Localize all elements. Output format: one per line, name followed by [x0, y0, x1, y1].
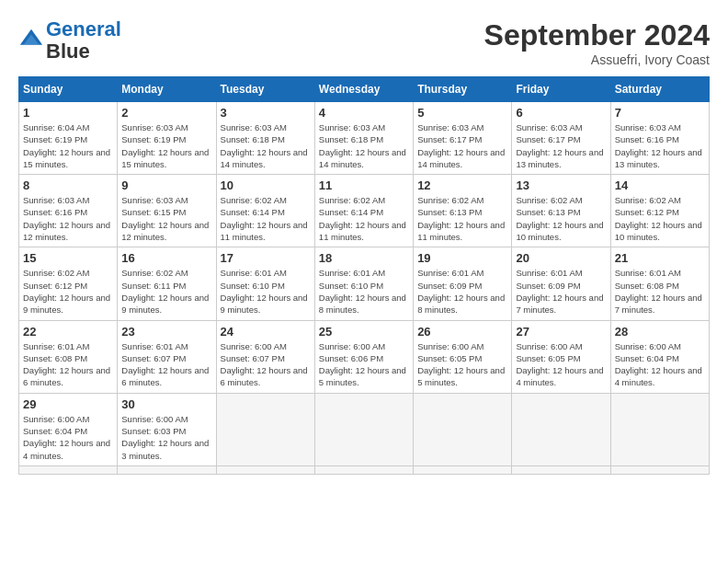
calendar-cell: 7 Sunrise: 6:03 AM Sunset: 6:16 PM Dayli… [610, 102, 709, 175]
day-info: Sunrise: 6:03 AM Sunset: 6:17 PM Dayligh… [417, 121, 507, 170]
day-number: 17 [221, 251, 311, 265]
location: Assuefri, Ivory Coast [484, 52, 710, 67]
day-info: Sunrise: 6:02 AM Sunset: 6:12 PM Dayligh… [615, 194, 705, 243]
header-row: Sunday Monday Tuesday Wednesday Thursday… [19, 77, 710, 102]
day-info: Sunrise: 6:00 AM Sunset: 6:06 PM Dayligh… [319, 340, 409, 389]
calendar-cell: 13 Sunrise: 6:02 AM Sunset: 6:13 PM Dayl… [512, 175, 610, 247]
day-info: Sunrise: 6:01 AM Sunset: 6:09 PM Dayligh… [516, 267, 606, 316]
logo: GeneralBlue [18, 18, 121, 63]
calendar-cell: 4 Sunrise: 6:03 AM Sunset: 6:18 PM Dayli… [314, 102, 413, 175]
day-info: Sunrise: 6:03 AM Sunset: 6:19 PM Dayligh… [121, 121, 211, 170]
calendar-cell: 27 Sunrise: 6:00 AM Sunset: 6:05 PM Dayl… [512, 320, 610, 393]
calendar-row: 29 Sunrise: 6:00 AM Sunset: 6:04 PM Dayl… [19, 393, 710, 465]
calendar-cell: 6 Sunrise: 6:03 AM Sunset: 6:17 PM Dayli… [512, 102, 610, 175]
calendar-cell: 10 Sunrise: 6:02 AM Sunset: 6:14 PM Dayl… [216, 175, 314, 247]
day-number: 26 [417, 325, 507, 339]
day-number: 1 [23, 106, 113, 120]
calendar-cell: 15 Sunrise: 6:02 AM Sunset: 6:12 PM Dayl… [19, 247, 118, 320]
calendar-cell [414, 465, 512, 474]
calendar-cell [314, 393, 413, 465]
calendar-row: 15 Sunrise: 6:02 AM Sunset: 6:12 PM Dayl… [19, 247, 710, 320]
col-monday: Monday [118, 77, 216, 102]
calendar-cell: 23 Sunrise: 6:01 AM Sunset: 6:07 PM Dayl… [118, 320, 216, 393]
calendar-cell [610, 465, 709, 474]
day-info: Sunrise: 6:03 AM Sunset: 6:17 PM Dayligh… [516, 121, 606, 170]
day-number: 3 [221, 106, 311, 120]
calendar-cell: 3 Sunrise: 6:03 AM Sunset: 6:18 PM Dayli… [216, 102, 314, 175]
day-number: 4 [319, 106, 409, 120]
day-number: 19 [417, 251, 507, 265]
calendar-row: 1 Sunrise: 6:04 AM Sunset: 6:19 PM Dayli… [19, 102, 710, 175]
day-info: Sunrise: 6:02 AM Sunset: 6:14 PM Dayligh… [221, 194, 311, 243]
day-number: 12 [417, 178, 507, 192]
day-info: Sunrise: 6:01 AM Sunset: 6:10 PM Dayligh… [221, 267, 311, 316]
calendar-cell: 18 Sunrise: 6:01 AM Sunset: 6:10 PM Dayl… [314, 247, 413, 320]
day-info: Sunrise: 6:01 AM Sunset: 6:07 PM Dayligh… [121, 340, 211, 389]
col-tuesday: Tuesday [216, 77, 314, 102]
col-friday: Friday [512, 77, 610, 102]
day-number: 15 [23, 251, 113, 265]
day-number: 8 [23, 178, 113, 192]
day-number: 10 [221, 178, 311, 192]
day-info: Sunrise: 6:00 AM Sunset: 6:03 PM Dayligh… [121, 413, 211, 462]
day-info: Sunrise: 6:02 AM Sunset: 6:12 PM Dayligh… [23, 267, 113, 316]
day-number: 28 [615, 325, 705, 339]
day-info: Sunrise: 6:03 AM Sunset: 6:15 PM Dayligh… [121, 194, 211, 243]
calendar-cell: 11 Sunrise: 6:02 AM Sunset: 6:14 PM Dayl… [314, 175, 413, 247]
day-info: Sunrise: 6:00 AM Sunset: 6:05 PM Dayligh… [516, 340, 606, 389]
calendar-row: 22 Sunrise: 6:01 AM Sunset: 6:08 PM Dayl… [19, 320, 710, 393]
calendar-cell: 26 Sunrise: 6:00 AM Sunset: 6:05 PM Dayl… [414, 320, 512, 393]
day-info: Sunrise: 6:00 AM Sunset: 6:07 PM Dayligh… [221, 340, 311, 389]
day-number: 23 [121, 325, 211, 339]
col-wednesday: Wednesday [314, 77, 413, 102]
calendar-cell: 30 Sunrise: 6:00 AM Sunset: 6:03 PM Dayl… [118, 393, 216, 465]
day-number: 30 [121, 397, 211, 411]
calendar-cell: 24 Sunrise: 6:00 AM Sunset: 6:07 PM Dayl… [216, 320, 314, 393]
page-header: GeneralBlue September 2024 Assuefri, Ivo… [18, 18, 710, 67]
calendar-cell: 20 Sunrise: 6:01 AM Sunset: 6:09 PM Dayl… [512, 247, 610, 320]
day-info: Sunrise: 6:01 AM Sunset: 6:09 PM Dayligh… [417, 267, 507, 316]
day-info: Sunrise: 6:02 AM Sunset: 6:13 PM Dayligh… [417, 194, 507, 243]
calendar-cell [512, 465, 610, 474]
day-info: Sunrise: 6:03 AM Sunset: 6:18 PM Dayligh… [319, 121, 409, 170]
calendar-cell: 16 Sunrise: 6:02 AM Sunset: 6:11 PM Dayl… [118, 247, 216, 320]
day-info: Sunrise: 6:03 AM Sunset: 6:16 PM Dayligh… [615, 121, 705, 170]
day-info: Sunrise: 6:02 AM Sunset: 6:13 PM Dayligh… [516, 194, 606, 243]
day-number: 24 [221, 325, 311, 339]
day-number: 14 [615, 178, 705, 192]
calendar-cell: 12 Sunrise: 6:02 AM Sunset: 6:13 PM Dayl… [414, 175, 512, 247]
day-number: 21 [615, 251, 705, 265]
calendar-cell [512, 393, 610, 465]
calendar-row: 8 Sunrise: 6:03 AM Sunset: 6:16 PM Dayli… [19, 175, 710, 247]
calendar-cell [216, 465, 314, 474]
day-number: 6 [516, 106, 606, 120]
calendar-cell: 25 Sunrise: 6:00 AM Sunset: 6:06 PM Dayl… [314, 320, 413, 393]
col-saturday: Saturday [610, 77, 709, 102]
day-number: 18 [319, 251, 409, 265]
calendar-cell: 21 Sunrise: 6:01 AM Sunset: 6:08 PM Dayl… [610, 247, 709, 320]
day-info: Sunrise: 6:01 AM Sunset: 6:08 PM Dayligh… [23, 340, 113, 389]
calendar-cell: 28 Sunrise: 6:00 AM Sunset: 6:04 PM Dayl… [610, 320, 709, 393]
calendar-table: Sunday Monday Tuesday Wednesday Thursday… [18, 76, 710, 475]
logo-text: GeneralBlue [46, 18, 121, 63]
col-sunday: Sunday [19, 77, 118, 102]
calendar-cell [216, 393, 314, 465]
day-info: Sunrise: 6:00 AM Sunset: 6:04 PM Dayligh… [615, 340, 705, 389]
day-info: Sunrise: 6:03 AM Sunset: 6:18 PM Dayligh… [221, 121, 311, 170]
calendar-cell [19, 465, 118, 474]
calendar-cell: 17 Sunrise: 6:01 AM Sunset: 6:10 PM Dayl… [216, 247, 314, 320]
calendar-cell [314, 465, 413, 474]
day-number: 27 [516, 325, 606, 339]
day-number: 13 [516, 178, 606, 192]
day-info: Sunrise: 6:01 AM Sunset: 6:10 PM Dayligh… [319, 267, 409, 316]
day-number: 7 [615, 106, 705, 120]
day-number: 29 [23, 397, 113, 411]
calendar-row [19, 465, 710, 474]
day-number: 16 [121, 251, 211, 265]
day-info: Sunrise: 6:01 AM Sunset: 6:08 PM Dayligh… [615, 267, 705, 316]
day-info: Sunrise: 6:03 AM Sunset: 6:16 PM Dayligh… [23, 194, 113, 243]
calendar-cell [610, 393, 709, 465]
calendar-cell: 9 Sunrise: 6:03 AM Sunset: 6:15 PM Dayli… [118, 175, 216, 247]
title-block: September 2024 Assuefri, Ivory Coast [484, 18, 710, 67]
day-number: 25 [319, 325, 409, 339]
